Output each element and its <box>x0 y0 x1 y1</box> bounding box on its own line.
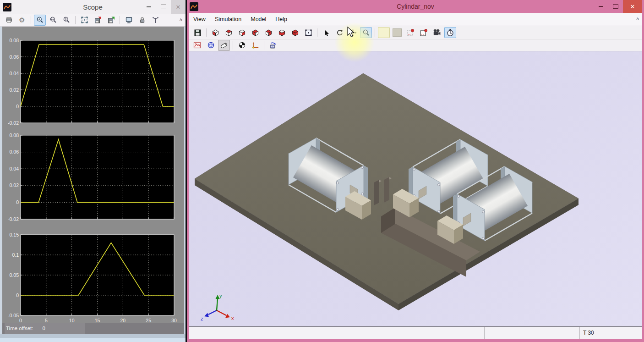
view-cube-2-button[interactable] <box>223 27 235 38</box>
cad-shape-icon <box>220 41 228 50</box>
stopwatch-icon <box>446 28 454 37</box>
svg-text:-0.05: -0.05 <box>8 313 19 318</box>
scope-statusbar: Time offset: 0 <box>0 323 186 334</box>
mechanism-scene: y x z <box>189 51 642 326</box>
convex-hulls-button[interactable] <box>191 40 203 51</box>
desktop: Scope ✕ ⚙ <box>0 0 644 342</box>
rotate-view-button[interactable] <box>333 27 345 38</box>
model-statusbar: T 30 <box>189 326 642 339</box>
view-cube-icon <box>291 29 299 37</box>
signal-selection-button[interactable] <box>149 15 161 26</box>
menu-view[interactable]: View <box>189 13 210 26</box>
svg-text:0.06: 0.06 <box>10 54 19 60</box>
zoom-y-icon <box>63 16 71 24</box>
menu-simulation[interactable]: Simulation <box>210 13 246 26</box>
record-solid-button[interactable] <box>418 27 430 38</box>
zoom-button[interactable] <box>34 15 46 26</box>
machine-display-button[interactable] <box>267 40 279 51</box>
view-cube-6-button[interactable] <box>276 27 288 38</box>
floating-scope-button[interactable] <box>123 15 135 26</box>
axis-triad: y x z <box>201 293 234 321</box>
status-cell-empty <box>484 327 579 339</box>
view-cube-icon <box>212 29 219 37</box>
autoscale-icon <box>81 16 88 24</box>
view-cube-icon <box>251 29 259 37</box>
scope-toolbar: ⚙ <box>0 14 186 27</box>
zoom-x-icon <box>49 16 57 24</box>
model-toolbar-display <box>189 39 642 51</box>
view-cube-icon <box>278 29 286 37</box>
menu-model[interactable]: Model <box>246 13 271 26</box>
model-menubar: View Simulation Model Help » <box>189 13 642 26</box>
scope-maximize-button[interactable] <box>156 0 171 14</box>
toolbar-overflow-chevron[interactable]: » <box>178 16 185 23</box>
restore-axes-button[interactable] <box>105 15 117 26</box>
record-dashed-icon <box>406 28 415 37</box>
zoom-icon <box>362 29 370 37</box>
svg-text:0.15: 0.15 <box>10 232 19 237</box>
svg-text:0.08: 0.08 <box>10 132 19 138</box>
view-cube-7-button[interactable] <box>289 27 301 38</box>
autoscale-button[interactable] <box>78 15 90 26</box>
svg-text:0: 0 <box>16 292 19 298</box>
lock-icon <box>138 16 146 24</box>
save-icon <box>194 29 202 37</box>
select-arrow-icon <box>322 29 330 37</box>
menubar-overflow-chevron[interactable]: » <box>635 15 641 22</box>
video-camera-button[interactable] <box>431 27 443 38</box>
center-of-mass-button[interactable] <box>236 40 248 51</box>
view-cube-3-button[interactable] <box>236 27 248 38</box>
record-solid-icon <box>420 28 428 37</box>
view-cube-4-button[interactable] <box>249 27 261 38</box>
machine-icon <box>269 41 277 50</box>
parameters-button[interactable]: ⚙ <box>16 15 28 26</box>
view-cube-icon <box>265 29 273 37</box>
convex-hulls-icon <box>193 41 202 49</box>
save-axes-button[interactable] <box>92 15 104 26</box>
save-button[interactable] <box>191 27 203 38</box>
ellipsoids-button[interactable] <box>205 40 217 51</box>
zoom-y-button[interactable] <box>60 15 72 26</box>
view-cube-icon <box>238 29 246 37</box>
video-camera-icon <box>433 28 441 37</box>
frames-button[interactable] <box>249 40 261 51</box>
scope-titlebar[interactable]: Scope ✕ <box>0 0 186 14</box>
status-cell-message <box>189 327 484 339</box>
view-cube-1-button[interactable] <box>209 27 221 38</box>
time-offset-label: Time offset: <box>6 325 33 331</box>
svg-text:0.04: 0.04 <box>10 71 19 76</box>
model-minimize-button[interactable] <box>594 0 608 13</box>
record-dashed-button[interactable] <box>404 27 416 38</box>
view-cube-5-button[interactable] <box>262 27 274 38</box>
triad-y-label: y <box>219 293 222 298</box>
svg-text:0.1: 0.1 <box>12 252 19 258</box>
hovered-toolbar-button[interactable] <box>378 27 390 38</box>
fit-to-view-button[interactable] <box>302 27 314 38</box>
svg-text:0.05: 0.05 <box>10 272 19 278</box>
scope-window-frame <box>0 334 186 338</box>
print-button[interactable] <box>3 15 15 26</box>
status-cell-time: T 30 <box>579 327 642 339</box>
model-maximize-button[interactable] <box>608 0 623 13</box>
svg-text:0.06: 0.06 <box>10 149 19 154</box>
cad-shapes-button[interactable] <box>218 40 230 51</box>
ellipsoid-icon <box>207 41 215 49</box>
zoom-view-button[interactable] <box>360 27 372 38</box>
lock-axes-button[interactable] <box>136 15 148 26</box>
zoom-x-button[interactable] <box>47 15 59 26</box>
scope-close-button[interactable]: ✕ <box>171 0 186 14</box>
menu-help[interactable]: Help <box>271 13 292 26</box>
pan-icon <box>349 29 357 37</box>
gear-icon: ⚙ <box>19 17 25 23</box>
pan-button[interactable] <box>347 27 359 38</box>
select-button[interactable] <box>320 27 332 38</box>
model-titlebar[interactable]: Cylindar_nov ✕ <box>187 0 644 13</box>
scope-minimize-button[interactable] <box>142 0 156 14</box>
model-3d-viewport[interactable]: y x z <box>189 51 642 326</box>
restore-axes-icon <box>107 16 115 24</box>
view-cube-icon <box>225 29 233 37</box>
simulation-time-button[interactable] <box>444 27 456 38</box>
signal-selector-icon <box>152 16 159 24</box>
svg-text:0.08: 0.08 <box>10 38 19 43</box>
model-close-button[interactable]: ✕ <box>623 0 642 13</box>
